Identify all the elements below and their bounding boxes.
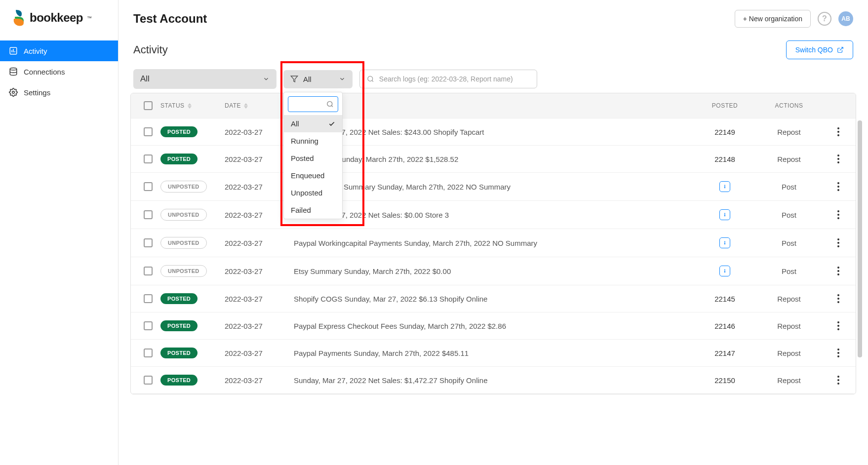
svg-point-8 <box>368 76 373 81</box>
summary-cell: Paypal Payments Sunday, March 27th, 2022… <box>294 349 698 357</box>
action-link[interactable]: Post <box>752 239 826 247</box>
sidebar-item-connections[interactable]: Connections <box>0 61 118 82</box>
row-checkbox[interactable] <box>144 238 153 247</box>
svg-point-14 <box>724 213 725 214</box>
action-link[interactable]: Post <box>752 267 826 275</box>
status-badge: POSTED <box>160 126 197 137</box>
summary-cell: Paypal Capital Summary Sunday, March 27t… <box>294 183 698 191</box>
row-menu-icon[interactable] <box>826 238 851 247</box>
col-posted: POSTED <box>712 102 738 109</box>
posted-id: 22146 <box>714 322 735 330</box>
status-badge: UNPOSTED <box>160 181 207 193</box>
row-checkbox[interactable] <box>144 376 153 385</box>
new-organization-button[interactable]: + New organization <box>735 10 811 28</box>
dropdown-search[interactable] <box>288 96 338 112</box>
logo: bookkeep ™ <box>0 0 118 36</box>
row-checkbox[interactable] <box>144 267 153 275</box>
select-all-checkbox[interactable] <box>144 101 153 110</box>
sidebar-item-label: Settings <box>24 88 50 97</box>
action-link[interactable]: Post <box>752 211 826 219</box>
svg-point-12 <box>724 185 725 186</box>
row-menu-icon[interactable] <box>826 376 851 385</box>
row-checkbox[interactable] <box>144 182 153 191</box>
info-badge[interactable] <box>719 209 730 220</box>
search-icon <box>326 100 334 109</box>
search-icon <box>367 75 374 83</box>
row-menu-icon[interactable] <box>826 210 851 219</box>
info-badge[interactable] <box>719 237 730 248</box>
scrollbar[interactable] <box>858 120 862 357</box>
date-cell: 2022-03-27 <box>225 239 294 247</box>
search-box[interactable] <box>359 70 537 88</box>
sidebar-item-settings[interactable]: Settings <box>0 82 118 103</box>
action-link[interactable]: Repost <box>752 295 826 303</box>
status-badge: POSTED <box>160 320 197 331</box>
summary-cell: Sunday, Mar 27, 2022 Net Sales: $243.00 … <box>294 128 698 136</box>
row-checkbox[interactable] <box>144 127 153 136</box>
date-cell: 2022-03-27 <box>225 267 294 275</box>
posted-id: 22147 <box>714 349 735 357</box>
svg-point-16 <box>724 241 725 242</box>
action-link[interactable]: Repost <box>752 128 826 136</box>
row-menu-icon[interactable] <box>826 349 851 357</box>
dropdown-option-failed[interactable]: Failed <box>284 201 342 219</box>
info-badge[interactable] <box>719 181 730 192</box>
posted-id: 22150 <box>714 376 735 385</box>
row-menu-icon[interactable] <box>826 321 851 330</box>
sort-icon[interactable] <box>244 103 248 109</box>
row-menu-icon[interactable] <box>826 182 851 191</box>
svg-point-10 <box>327 101 332 106</box>
gear-icon <box>9 88 18 97</box>
dropdown-search-input[interactable] <box>292 100 326 108</box>
avatar[interactable]: AB <box>838 11 853 26</box>
action-link[interactable]: Repost <box>752 155 826 163</box>
chevron-down-icon <box>339 76 346 82</box>
switch-qbo-label: Switch QBO <box>795 46 833 54</box>
row-menu-icon[interactable] <box>826 155 851 163</box>
table-row: UNPOSTED2022-03-27Etsy Summary Sunday, M… <box>131 257 856 285</box>
svg-rect-19 <box>724 271 725 272</box>
trademark-icon: ™ <box>87 15 92 21</box>
row-checkbox[interactable] <box>144 294 153 303</box>
svg-line-6 <box>840 47 843 50</box>
status-badge: UNPOSTED <box>160 209 207 221</box>
status-badge: POSTED <box>160 154 197 164</box>
row-checkbox[interactable] <box>144 210 153 219</box>
row-menu-icon[interactable] <box>826 127 851 136</box>
status-filter-dropdown[interactable]: All <box>283 70 353 88</box>
row-checkbox[interactable] <box>144 349 153 357</box>
info-badge[interactable] <box>719 266 730 276</box>
svg-rect-15 <box>724 214 725 216</box>
status-dropdown-panel: AllRunningPostedEnqueuedUnpostedFailed <box>283 92 343 219</box>
action-link[interactable]: Repost <box>752 349 826 357</box>
dropdown-option-enqueued[interactable]: Enqueued <box>284 167 342 184</box>
table-row: POSTED2022-03-27Paypal Payments Sunday, … <box>131 340 856 367</box>
dropdown-option-unposted[interactable]: Unposted <box>284 184 342 201</box>
page-heading: Activity <box>133 43 168 56</box>
dropdown-option-running[interactable]: Running <box>284 132 342 150</box>
sidebar-item-activity[interactable]: Activity <box>0 40 118 61</box>
table-header: STATUS DATE SUMMARY POS <box>131 93 856 118</box>
summary-cell: Shopify COGS Sunday, Mar 27, 2022 $6.13 … <box>294 295 698 303</box>
chart-icon <box>9 46 18 55</box>
date-cell: 2022-03-27 <box>225 322 294 330</box>
summary-cell: Paypal Workingcapital Payments Sunday, M… <box>294 239 698 247</box>
svg-rect-17 <box>724 242 725 244</box>
action-link[interactable]: Post <box>752 183 826 191</box>
row-menu-icon[interactable] <box>826 294 851 303</box>
row-checkbox[interactable] <box>144 155 153 163</box>
search-input[interactable] <box>379 75 530 83</box>
help-icon[interactable]: ? <box>818 12 831 26</box>
action-link[interactable]: Repost <box>752 322 826 330</box>
row-menu-icon[interactable] <box>826 267 851 275</box>
row-checkbox[interactable] <box>144 321 153 330</box>
posted-id: 22145 <box>714 295 735 303</box>
category-filter-dropdown[interactable]: All <box>133 69 276 89</box>
sort-icon[interactable] <box>188 103 192 109</box>
switch-qbo-button[interactable]: Switch QBO <box>786 40 853 59</box>
dropdown-option-all[interactable]: All <box>284 115 342 132</box>
action-link[interactable]: Repost <box>752 376 826 385</box>
dropdown-option-posted[interactable]: Posted <box>284 150 342 167</box>
subheader: Activity Switch QBO <box>118 32 868 65</box>
svg-point-4 <box>10 68 17 71</box>
